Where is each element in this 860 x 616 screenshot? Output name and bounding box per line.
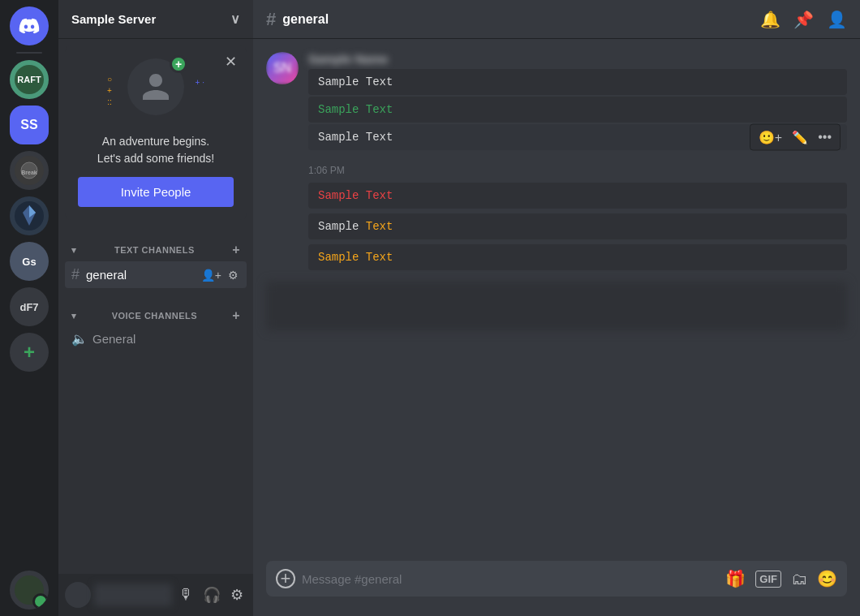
user-bar-controls: 🎙 🎧 ⚙ bbox=[175, 583, 247, 607]
add-attachment-button[interactable]: + bbox=[276, 569, 295, 588]
channel-settings-icon[interactable]: ⚙ bbox=[226, 267, 240, 283]
invite-people-button[interactable]: Invite People bbox=[78, 177, 234, 207]
add-friend-icon: + bbox=[170, 55, 187, 73]
message-bubble-red: Sample Text bbox=[308, 183, 847, 209]
decorative-dots-left: ○+:: bbox=[107, 74, 112, 108]
voice-channel-general[interactable]: 🔈 General bbox=[65, 326, 247, 351]
server-icon-discord-home[interactable] bbox=[10, 6, 49, 45]
user-bar: 🎙 🎧 ⚙ bbox=[58, 574, 253, 616]
chat-input-box: + 🎁 GIF 🗂 😊 bbox=[266, 561, 847, 597]
message-timestamp: 1:06 PM bbox=[266, 165, 847, 176]
chat-header: # general 🔔 📌 👤 bbox=[253, 0, 860, 39]
volume-icon: 🔈 bbox=[71, 331, 88, 347]
invite-description: An adventure begins. Let's add some frie… bbox=[97, 133, 214, 167]
sender-name: Sample Name bbox=[308, 52, 847, 66]
text-channels-chevron: ▾ bbox=[71, 245, 77, 256]
message-bubble-1: Sample Text bbox=[308, 69, 847, 95]
invite-to-channel-icon[interactable]: 👤+ bbox=[200, 267, 223, 283]
invite-avatar: + bbox=[127, 58, 184, 115]
close-button[interactable]: ✕ bbox=[221, 52, 240, 71]
channel-item-general[interactable]: # general 👤+ ⚙ bbox=[65, 261, 247, 288]
text-channels-label: TEXT CHANNELS bbox=[114, 245, 195, 255]
message-actions: 🙂+ ✏️ ••• bbox=[750, 124, 841, 151]
decorative-dots-right: + · bbox=[196, 78, 204, 87]
voice-channel-name: General bbox=[92, 332, 135, 346]
microphone-icon[interactable]: 🎙 bbox=[175, 583, 196, 607]
server-header[interactable]: Sample Server ∨ bbox=[58, 0, 253, 39]
notifications-icon[interactable]: 🔔 bbox=[760, 10, 780, 29]
message-group-top: SN Sample Name Sample Text Sample Text S… bbox=[266, 52, 847, 152]
message-text-3: Sample Text bbox=[318, 131, 393, 144]
pin-icon[interactable]: 📌 bbox=[793, 10, 814, 29]
gift-icon[interactable]: 🎁 bbox=[725, 569, 746, 588]
hash-icon: # bbox=[71, 266, 80, 283]
user-avatar bbox=[65, 582, 91, 608]
add-voice-channel-button[interactable]: + bbox=[232, 308, 240, 323]
server-name: Sample Server bbox=[71, 12, 156, 26]
edit-message-icon[interactable]: ✏️ bbox=[789, 128, 811, 147]
message-bubble-mixed: Sample Text bbox=[308, 213, 847, 239]
server-icon-crystal[interactable] bbox=[10, 196, 49, 235]
chat-channel-title: general bbox=[282, 12, 329, 27]
channel-sidebar: Sample Server ∨ ✕ ○+:: + + · An adventur… bbox=[58, 0, 253, 616]
avatar-image: SN bbox=[266, 52, 299, 84]
chat-input-icons: 🎁 GIF 🗂 😊 bbox=[725, 569, 837, 588]
add-icon: + bbox=[24, 341, 35, 364]
channel-name-general: general bbox=[86, 268, 195, 282]
messages-area: SN Sample Name Sample Text Sample Text S… bbox=[253, 39, 860, 561]
more-options-icon[interactable]: ••• bbox=[815, 128, 835, 147]
server-icon-gs[interactable]: Gs bbox=[10, 242, 49, 281]
message-bubble-2: Sample Text bbox=[308, 97, 847, 123]
emoji-react-icon[interactable]: 🙂+ bbox=[755, 128, 785, 147]
server-initials-ss: SS bbox=[20, 118, 37, 132]
server-icon-green[interactable] bbox=[10, 571, 49, 610]
svg-text:RAFT: RAFT bbox=[17, 75, 41, 84]
add-server-button[interactable]: + bbox=[10, 333, 49, 372]
blurred-message bbox=[266, 282, 847, 330]
message-text-red: Sample Text bbox=[318, 189, 393, 202]
server-initials-gs: Gs bbox=[22, 256, 36, 268]
text-channels-section: ▾ TEXT CHANNELS + # general 👤+ ⚙ bbox=[58, 226, 253, 292]
chat-area: # general 🔔 📌 👤 SN Sample Name Sample Te… bbox=[253, 0, 860, 616]
channel-actions: 👤+ ⚙ bbox=[200, 267, 240, 283]
channel-hash-icon: # bbox=[266, 9, 276, 30]
voice-channels-header[interactable]: ▾ VOICE CHANNELS + bbox=[65, 305, 247, 326]
message-text-1: Sample Text bbox=[318, 75, 393, 88]
server-icon-df7[interactable]: dF7 bbox=[10, 287, 49, 326]
voice-channels-label: VOICE CHANNELS bbox=[112, 311, 197, 321]
invite-card: ✕ ○+:: + + · An adventure begins. Let's … bbox=[65, 45, 247, 220]
chat-header-icons: 🔔 📌 👤 bbox=[760, 10, 847, 29]
emoji-icon[interactable]: 😊 bbox=[817, 569, 837, 588]
voice-channels-chevron: ▾ bbox=[71, 311, 77, 321]
username-display bbox=[94, 584, 172, 606]
message-avatar: SN bbox=[266, 52, 299, 84]
members-icon[interactable]: 👤 bbox=[827, 10, 847, 29]
headphones-icon[interactable]: 🎧 bbox=[200, 583, 224, 607]
server-divider bbox=[16, 52, 42, 54]
server-icon-ss[interactable]: SS bbox=[10, 106, 49, 144]
voice-channels-section: ▾ VOICE CHANNELS + 🔈 General bbox=[58, 292, 253, 355]
message-text-2: Sample Text bbox=[318, 103, 393, 116]
server-list: RAFT SS Break Gs dF7 + bbox=[0, 0, 58, 616]
user-settings-icon[interactable]: ⚙ bbox=[227, 583, 247, 607]
svg-rect-8 bbox=[15, 575, 44, 605]
message-bubble-3[interactable]: Sample Text 🙂+ ✏️ ••• bbox=[308, 124, 847, 150]
server-initials-df7: dF7 bbox=[19, 301, 38, 313]
server-icon-raft[interactable]: RAFT bbox=[10, 60, 49, 99]
gif-button[interactable]: GIF bbox=[755, 571, 781, 588]
message-content: Sample Name Sample Text Sample Text Samp… bbox=[308, 52, 847, 152]
sticker-icon[interactable]: 🗂 bbox=[791, 570, 807, 588]
svg-text:Break: Break bbox=[21, 170, 37, 175]
invite-avatar-area: ○+:: + + · bbox=[123, 58, 188, 123]
chat-input-field[interactable] bbox=[302, 572, 719, 586]
message-text-orange: Sample Text bbox=[318, 251, 393, 264]
text-channels-header[interactable]: ▾ TEXT CHANNELS + bbox=[65, 239, 247, 261]
chevron-down-icon: ∨ bbox=[230, 11, 240, 27]
server-icon-break[interactable]: Break bbox=[10, 151, 49, 190]
chat-input-area: + 🎁 GIF 🗂 😊 bbox=[253, 561, 860, 616]
add-text-channel-button[interactable]: + bbox=[232, 243, 240, 257]
message-bubble-orange: Sample Text bbox=[308, 244, 847, 270]
message-text-mixed: Sample Text bbox=[318, 220, 393, 233]
